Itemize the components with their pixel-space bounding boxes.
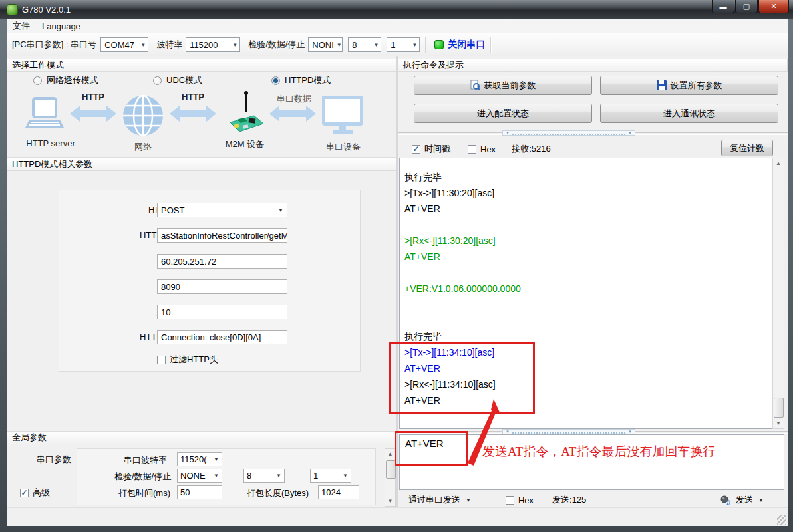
radio-net-transparent[interactable]: 网络透传模式 [33, 74, 98, 86]
mode-diagram: HTTP HTTP [7, 90, 397, 157]
port-open-indicator-icon [434, 40, 444, 49]
send-hex-label: Hex [518, 495, 534, 505]
app-icon [7, 4, 18, 15]
http-header-input[interactable]: Connection: close[0D][0A] [157, 330, 287, 344]
collapse-icon: ▼ [628, 131, 632, 135]
scroll-up-icon[interactable]: ▲ [773, 158, 784, 168]
timestamp-checkbox[interactable] [412, 145, 420, 154]
chevron-down-icon: ▼ [337, 42, 342, 48]
arrow-both-icon [170, 105, 216, 122]
chevron-down-icon: ▼ [232, 42, 238, 48]
chevron-down-icon: ▼ [276, 473, 281, 479]
serial-device-icon [322, 96, 363, 136]
scroll-down-icon[interactable]: ▼ [773, 418, 784, 428]
menu-bar: 文件 Language [7, 19, 788, 34]
parity-select[interactable]: NONI▼ [308, 37, 343, 52]
chevron-down-icon: ▼ [466, 497, 471, 503]
databits-select[interactable]: 8▼ [348, 37, 381, 52]
toolbar-separator [425, 37, 426, 53]
m2m-device-icon [221, 90, 267, 138]
gp-stopbits-select[interactable]: 1▼ [310, 469, 351, 483]
enter-comm-button[interactable]: 进入通讯状态 [600, 104, 778, 123]
reset-count-button[interactable]: 复位计数 [721, 140, 773, 156]
title-bar[interactable]: G780 V2.0.1 ▬ ▢ ✕ [0, 0, 793, 19]
timestamp-label: 时间戳 [424, 143, 450, 155]
advanced-label: 高级 [33, 487, 50, 499]
radio-icon [33, 76, 42, 85]
log-scrollbar[interactable]: ▲ ▼ [772, 158, 784, 429]
scroll-down-icon[interactable]: ▼ [385, 496, 395, 506]
gp-parity-label: 检验/数据/停止 [114, 471, 171, 483]
toolbar-separator [490, 37, 492, 53]
chevron-down-icon: ▼ [214, 473, 219, 479]
collapse-icon: ▼ [506, 131, 510, 135]
pack-len-label: 打包长度(Bytes) [247, 487, 309, 499]
baud-select[interactable]: 115200▼ [186, 37, 240, 52]
node-label: 网络 [123, 141, 163, 153]
annotation-text: 发送AT指令，AT指令最后没有加回车换行 [482, 443, 715, 460]
stopbits-select[interactable]: 1▼ [387, 37, 420, 52]
http-url-input[interactable]: asStationInfoRestController/getMsg [157, 228, 287, 243]
get-params-button[interactable]: 获取当前参数 [414, 76, 592, 95]
send-via-select[interactable]: 通过串口发送▼ [408, 494, 471, 506]
node-label: 串口设备 [322, 141, 365, 153]
chevron-down-icon: ▼ [343, 473, 348, 479]
exec-caption: 执行命令及提示 [398, 59, 788, 72]
log-hex-checkbox[interactable] [468, 145, 476, 154]
log-splitter[interactable]: ▼ ▼ [398, 130, 788, 136]
menu-language[interactable]: Language [36, 20, 86, 33]
maximize-button[interactable]: ▢ [735, 0, 758, 13]
window-title: G780 V2.0.1 [22, 5, 71, 15]
minimize-button[interactable]: ▬ [712, 0, 734, 13]
enter-config-button[interactable]: 进入配置状态 [414, 104, 592, 123]
server-addr-input[interactable]: 60.205.251.72 [157, 254, 287, 269]
annotation-arrow-icon [459, 399, 506, 469]
menu-file[interactable]: 文件 [7, 19, 36, 33]
collapse-icon: ▼ [506, 430, 510, 434]
chevron-down-icon: ▼ [373, 42, 379, 48]
baud-label: 波特率 [156, 39, 182, 51]
http-method-select[interactable]: POST▼ [157, 203, 287, 217]
radio-udc-mode[interactable]: UDC模式 [153, 74, 202, 86]
send-hex-checkbox[interactable] [506, 496, 514, 505]
pc-serial-label: [PC串口参数] : 串口号 [12, 39, 96, 51]
radio-httpd-mode[interactable]: HTTPD模式 [271, 74, 331, 86]
com-port-select[interactable]: COM47▼ [100, 37, 148, 52]
httpd-params-panel: HTTPD模式相关参数 HTTP请求方式 POST▼ HTTP请求的URL as… [7, 158, 397, 429]
filter-http-checkbox[interactable] [157, 356, 166, 364]
server-port-input[interactable]: 8090 [157, 279, 287, 294]
advanced-checkbox[interactable] [20, 489, 29, 497]
chevron-down-icon: ▼ [758, 497, 764, 503]
gp-baud-select[interactable]: 11520(▼ [177, 452, 222, 466]
recv-count: 接收:5216 [512, 143, 551, 155]
node-label: M2M 设备 [220, 138, 270, 150]
link-label: 串口数据 [274, 93, 314, 105]
serial-params-label: 串口参数 [37, 454, 71, 466]
send-sound-icon [720, 495, 730, 505]
network-globe-icon [122, 94, 164, 137]
pack-len-input[interactable]: 1024 [318, 485, 359, 499]
gp-databits-select[interactable]: 8▼ [243, 469, 285, 483]
app-window: G780 V2.0.1 ▬ ▢ ✕ 文件 Language [PC串口参数] :… [0, 0, 793, 532]
gp-parity-select[interactable]: NONE▼ [177, 469, 222, 483]
link-label: HTTP [79, 92, 108, 102]
pack-time-input[interactable]: 50 [177, 485, 222, 499]
gp-baud-label: 串口波特率 [124, 454, 167, 466]
log-options-row: 时间戳 Hex 接收:5216 复位计数 [398, 141, 788, 157]
close-port-button[interactable]: 关闭串口 [448, 39, 485, 51]
timeout-input[interactable]: 10 [157, 305, 287, 319]
collapse-icon: ▼ [628, 430, 632, 434]
http-server-icon [24, 97, 65, 136]
sent-count: 发送:125 [552, 494, 586, 506]
scroll-up-icon[interactable]: ▲ [385, 449, 395, 459]
work-mode-panel: 选择工作模式 网络透传模式 UDC模式 HTTPD模式 [7, 59, 397, 158]
close-button[interactable]: ✕ [758, 0, 789, 13]
set-params-button[interactable]: 设置所有参数 [600, 76, 778, 95]
resize-grip[interactable] [777, 515, 786, 525]
scroll-thumb[interactable] [774, 398, 784, 418]
chevron-down-icon: ▼ [214, 456, 219, 462]
send-button[interactable]: 发送 ▼ [720, 494, 764, 506]
serial-toolbar: [PC串口参数] : 串口号 COM47▼ 波特率 115200▼ 检验/数据/… [7, 33, 788, 57]
pack-time-label: 打包时间(ms) [118, 487, 170, 499]
global-params-caption: 全局参数 [7, 431, 397, 444]
